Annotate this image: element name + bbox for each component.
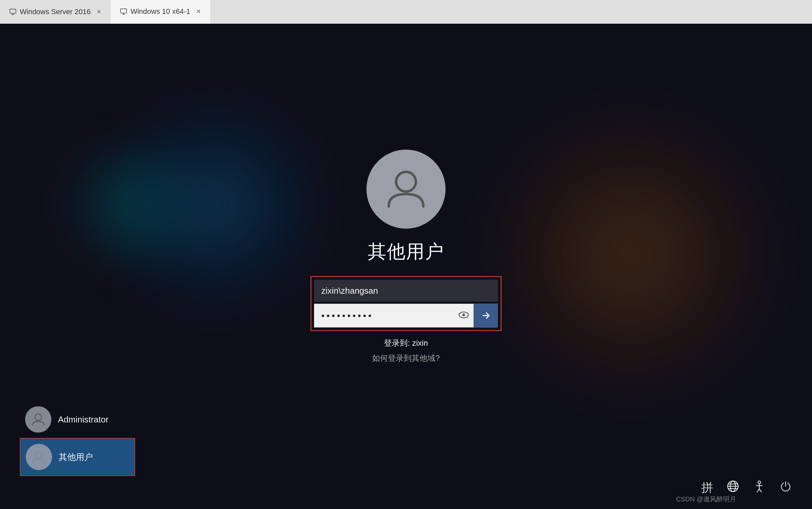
other-avatar-icon	[31, 449, 47, 465]
tab-windows10[interactable]: Windows 10 x64-1 ✕	[111, 0, 210, 24]
user-display-name: 其他用户	[368, 239, 444, 264]
show-password-button[interactable]	[454, 310, 474, 321]
arrow-right-icon	[481, 311, 491, 321]
admin-avatar-icon	[30, 411, 46, 428]
svg-rect-1	[121, 9, 127, 13]
password-row	[314, 304, 498, 328]
user-item-other[interactable]: 其他用户	[20, 438, 135, 476]
login-panel: 其他用户 登录到: zixin 如何登录到其他域?	[291, 150, 521, 364]
monitor-icon-2	[120, 8, 127, 15]
tab-label-win10: Windows 10 x64-1	[130, 7, 190, 16]
avatar-icon	[381, 165, 431, 214]
password-input[interactable]	[314, 305, 454, 327]
svg-rect-0	[10, 9, 16, 13]
tab-label-server: Windows Server 2016	[20, 7, 91, 16]
svg-line-16	[759, 489, 761, 492]
svg-point-5	[35, 414, 41, 420]
svg-point-4	[462, 314, 465, 316]
bottom-icons: 拼	[701, 480, 792, 496]
svg-point-12	[758, 481, 760, 484]
other-user-name: 其他用户	[59, 451, 93, 463]
watermark: CSDN @遨风醉明月	[676, 495, 736, 504]
accessibility-icon	[753, 480, 766, 493]
svg-line-15	[757, 489, 759, 492]
ime-button[interactable]: 拼	[701, 480, 713, 496]
accessibility-button[interactable]	[753, 480, 766, 496]
svg-point-2	[396, 172, 416, 192]
username-input[interactable]	[314, 280, 498, 302]
other-user-avatar	[26, 444, 52, 470]
user-avatar	[367, 150, 445, 229]
tab-close-server[interactable]: ✕	[97, 9, 101, 15]
submit-button[interactable]	[474, 304, 498, 328]
user-list: Administrator 其他用户	[20, 401, 135, 476]
language-button[interactable]	[726, 480, 740, 496]
administrator-avatar	[25, 406, 52, 433]
power-button[interactable]	[779, 480, 792, 496]
sign-in-domain-label: 登录到: zixin	[384, 338, 428, 348]
svg-point-6	[36, 451, 42, 458]
other-domain-link[interactable]: 如何登录到其他域?	[372, 353, 440, 364]
credentials-input-area	[310, 276, 502, 331]
user-item-administrator[interactable]: Administrator	[20, 401, 135, 438]
monitor-icon	[9, 8, 17, 15]
tab-bar: Windows Server 2016 ✕ Windows 10 x64-1 ✕	[0, 0, 812, 24]
tab-close-win10[interactable]: ✕	[196, 8, 201, 14]
eye-icon	[459, 311, 469, 319]
globe-icon	[726, 480, 740, 493]
tab-windows-server[interactable]: Windows Server 2016 ✕	[0, 0, 111, 24]
power-icon	[779, 480, 792, 493]
administrator-name: Administrator	[58, 414, 108, 425]
background: 其他用户 登录到: zixin 如何登录到其他域?	[0, 24, 812, 509]
